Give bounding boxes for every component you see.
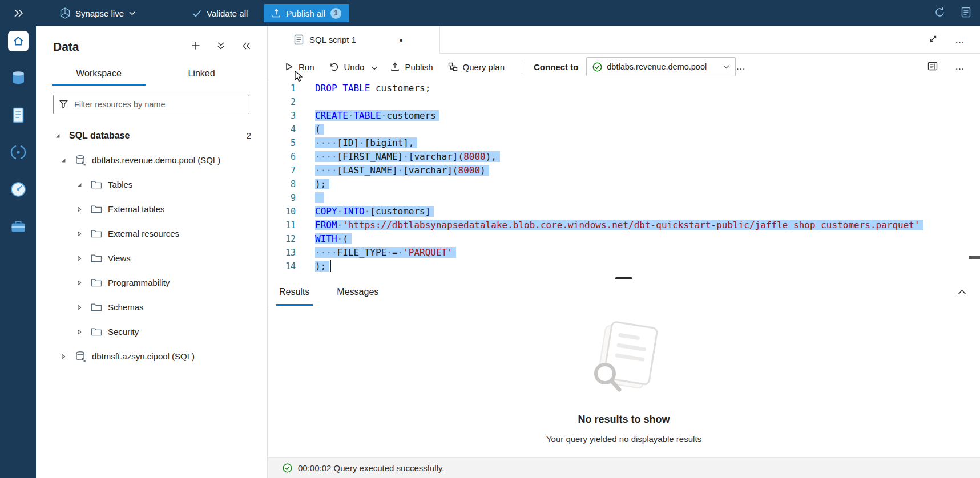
tab-results[interactable]: Results [276, 287, 313, 306]
nav-monitor-button[interactable] [8, 179, 29, 200]
code-line[interactable]: 11FROM·'https://dbtlabsynapsedatalake.bl… [268, 218, 980, 232]
code-line[interactable]: 14); [268, 260, 980, 273]
tab-workspace[interactable]: Workspace [52, 65, 146, 86]
code-line[interactable]: 7····[LAST_NAME]·[varchar](8000) [268, 164, 980, 177]
tree-item-dbtlabs-revenue-demo-pool-sql[interactable]: dbtlabs.revenue.demo.pool (SQL) [36, 148, 267, 172]
filter-resources-input[interactable] [53, 95, 249, 114]
results-body: No results to show Your query yielded no… [268, 306, 980, 457]
tab-sql-script-1[interactable]: SQL script 1 ● [268, 26, 440, 53]
line-content: ); [308, 260, 331, 273]
tree-item-programmability[interactable]: Programmability [36, 270, 267, 295]
query-plan-button[interactable]: Query plan [448, 62, 505, 72]
caret-collapsed-icon[interactable] [75, 206, 84, 212]
code-line[interactable]: 4( [268, 123, 980, 136]
synapse-live-selector[interactable]: Synapse live [60, 0, 135, 26]
sql-editor[interactable]: 1DROP TABLE customers;23CREATE·TABLE·cus… [268, 80, 980, 279]
refresh-button[interactable] [934, 7, 945, 19]
toolbar-overflow-button[interactable]: … [955, 61, 965, 72]
caret-expanded-icon[interactable] [53, 133, 62, 139]
clipboard-button[interactable] [961, 7, 971, 19]
collapse-results-button[interactable] [958, 287, 966, 297]
line-number: 2 [268, 95, 308, 109]
nav-integrate-button[interactable] [8, 142, 29, 163]
add-resource-button[interactable] [191, 41, 200, 52]
code-line[interactable]: 1DROP TABLE customers; [268, 82, 980, 95]
tree-item-label: Views [108, 253, 131, 263]
nav-data-button[interactable] [8, 68, 29, 88]
tree-item-views[interactable]: Views [36, 246, 267, 270]
caret-collapsed-icon[interactable] [75, 280, 84, 286]
line-number: 4 [268, 123, 308, 136]
tab-messages[interactable]: Messages [333, 287, 382, 306]
collapse-panel-button[interactable] [241, 42, 251, 52]
code-line[interactable]: 10COPY·INTO·[customers] [268, 205, 980, 218]
publish-button[interactable]: Publish [390, 62, 433, 72]
tab-linked[interactable]: Linked [155, 65, 248, 86]
tree-item-tables[interactable]: Tables [36, 172, 267, 197]
expand-editor-button[interactable] [929, 34, 938, 46]
folder-icon [91, 254, 102, 263]
code-line[interactable]: 12WITH·( [268, 232, 980, 246]
folder-icon [91, 180, 102, 189]
connection-dropdown[interactable]: dbtlabs.revenue.demo.pool [586, 57, 736, 76]
line-number: 1 [268, 82, 308, 95]
data-panel: Data Workspace Linked [36, 26, 268, 478]
run-button[interactable]: Run [285, 62, 314, 72]
query-status-text: 00:00:02 Query executed successfully. [298, 463, 445, 473]
collapse-all-button[interactable] [216, 42, 225, 52]
caret-expanded-icon[interactable] [59, 157, 68, 163]
code-lines: 1DROP TABLE customers;23CREATE·TABLE·cus… [268, 82, 980, 273]
clipboard-list-icon [961, 7, 971, 18]
toolbar-divider [522, 60, 522, 74]
tree-item-external-resources[interactable]: External resources [36, 221, 267, 246]
code-line[interactable]: 8); [268, 177, 980, 191]
develop-icon [10, 107, 27, 124]
panel-resize-handle[interactable] [615, 277, 632, 279]
tree-item-external-tables[interactable]: External tables [36, 197, 267, 221]
caret-expanded-icon[interactable] [75, 182, 84, 188]
chevron-down-icon [371, 66, 378, 70]
code-line[interactable]: 13····FILE_TYPE·=·'PARQUET' [268, 246, 980, 260]
caret-collapsed-icon[interactable] [75, 305, 84, 310]
undo-button[interactable]: Undo [329, 62, 365, 72]
main-area: SQL script 1 ● … Run Undo [268, 26, 980, 478]
tree-item-label: External tables [108, 204, 164, 214]
tree-item-schemas[interactable]: Schemas [36, 295, 267, 319]
tree-item-security[interactable]: Security [36, 319, 267, 344]
monitor-icon [10, 181, 27, 198]
line-number: 7 [268, 164, 308, 177]
publish-all-button[interactable]: Publish all 1 [264, 4, 349, 22]
tabbar-more-button[interactable]: … [955, 34, 965, 46]
editor-scrollbar-thumb[interactable] [969, 256, 980, 259]
undo-dropdown-button[interactable] [371, 62, 378, 72]
folder-icon [91, 303, 102, 312]
no-results-illustration [575, 321, 672, 400]
line-content: ····[ID]·[bigint], [308, 136, 417, 150]
code-line[interactable]: 5····[ID]·[bigint], [268, 136, 980, 150]
nav-manage-button[interactable] [8, 216, 29, 237]
tree-item-sql-database[interactable]: SQL database2 [36, 123, 267, 148]
code-line[interactable]: 6····[FIRST_NAME]·[varchar](8000), [268, 150, 980, 164]
line-content: ····[FIRST_NAME]·[varchar](8000), [308, 150, 500, 164]
editor-toolbar: Run Undo Publish Query plan [268, 54, 980, 80]
line-content: ); [308, 177, 329, 191]
topbar-right-actions [934, 7, 980, 19]
validate-all-button[interactable]: Validate all [192, 0, 248, 26]
line-number: 8 [268, 177, 308, 191]
properties-button[interactable] [927, 62, 938, 72]
caret-collapsed-icon[interactable] [59, 354, 68, 359]
undo-label: Undo [344, 62, 365, 72]
code-line[interactable]: 3CREATE·TABLE·customers [268, 109, 980, 123]
expand-topnav-button[interactable] [0, 9, 36, 17]
database-icon [75, 155, 86, 166]
line-content: ( [308, 123, 324, 136]
code-line[interactable]: 2 [268, 95, 980, 109]
caret-collapsed-icon[interactable] [75, 256, 84, 261]
nav-develop-button[interactable] [8, 105, 29, 125]
code-line[interactable]: 9 [268, 191, 980, 205]
caret-collapsed-icon[interactable] [75, 231, 84, 237]
nav-home-button[interactable] [8, 31, 29, 51]
caret-collapsed-icon[interactable] [75, 329, 84, 335]
tree-item-dbtmsft-azsyn-cipool-sql[interactable]: dbtmsft.azsyn.cipool (SQL) [36, 344, 267, 368]
toolbar-more-button[interactable]: … [736, 61, 746, 72]
